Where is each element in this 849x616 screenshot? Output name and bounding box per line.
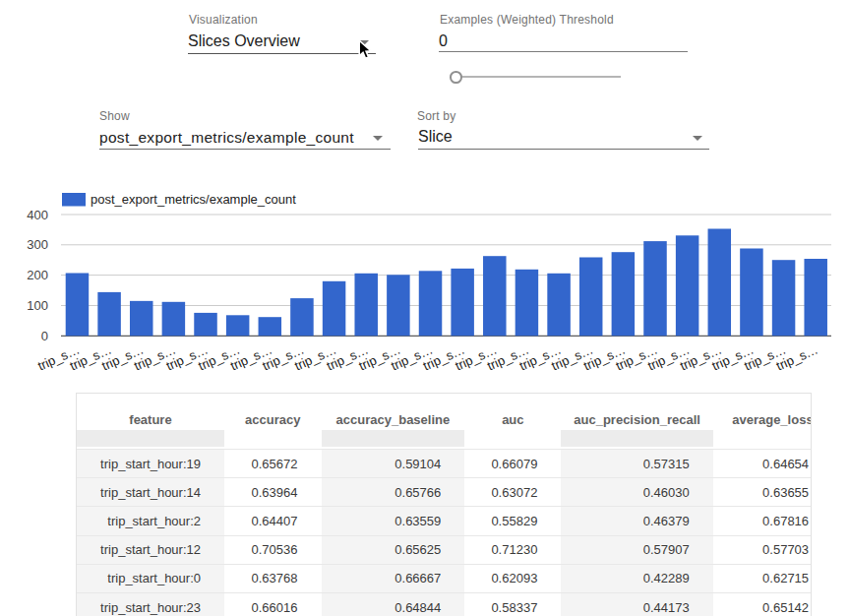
svg-text:200: 200 (27, 268, 48, 282)
svg-text:100: 100 (27, 298, 48, 313)
svg-text:400: 400 (27, 208, 48, 222)
svg-text:post_export_metrics/example_co: post_export_metrics/example_count (91, 192, 296, 207)
svg-text:300: 300 (27, 237, 48, 252)
svg-text:0: 0 (41, 329, 48, 343)
